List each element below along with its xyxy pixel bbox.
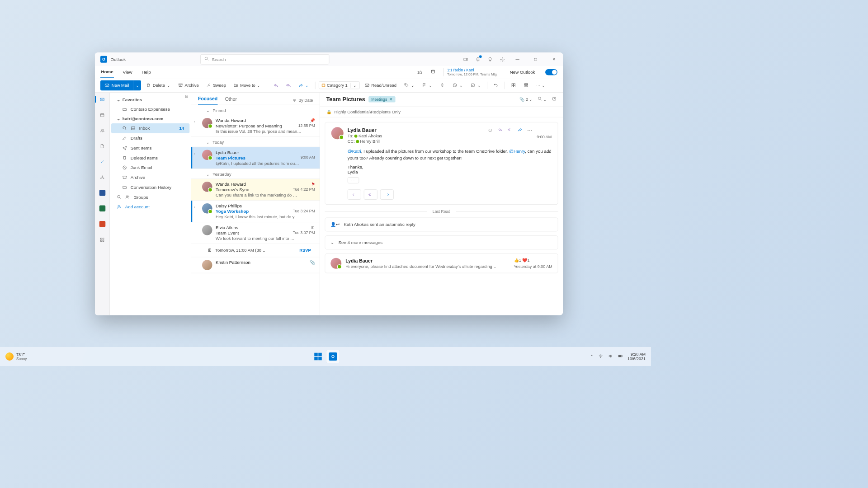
favorites-header[interactable]: ⌄Favorites xyxy=(111,95,189,104)
more-ribbon-button[interactable]: ⋯ ⌄ xyxy=(533,81,548,89)
flag-button[interactable]: ⌄ xyxy=(419,81,435,89)
rail-files[interactable] xyxy=(98,141,107,151)
message-item[interactable]: › Lydia Bauer Team Pictures9:00 AM @Katr… xyxy=(191,147,320,169)
rail-word[interactable] xyxy=(98,188,107,197)
attachment-count[interactable]: 📎 2 ⌄ xyxy=(519,97,533,102)
rail-powerpoint[interactable] xyxy=(98,219,107,229)
folder-drafts[interactable]: Drafts xyxy=(111,133,189,143)
search-input[interactable]: Search xyxy=(200,54,329,65)
pin-button[interactable] xyxy=(437,81,448,89)
reply-button[interactable] xyxy=(498,127,503,133)
folder-contoso-expenses[interactable]: Contoso Expensese xyxy=(111,104,189,114)
wifi-icon[interactable] xyxy=(598,353,603,360)
reply-button[interactable] xyxy=(270,81,281,89)
rail-todo[interactable] xyxy=(98,157,107,166)
rail-more-apps[interactable] xyxy=(98,235,107,244)
message-item[interactable]: › Wanda Howard📌 Newsletter: Purpose and … xyxy=(191,115,320,137)
account-header[interactable]: ⌄katri@contoso.com xyxy=(111,114,189,123)
rail-org[interactable] xyxy=(98,173,107,182)
sender-avatar[interactable] xyxy=(331,127,344,139)
message-item[interactable]: › Daisy Phillips Yoga WorkshopTue 3:24 P… xyxy=(191,201,320,222)
taskbar-outlook[interactable]: O xyxy=(326,350,340,363)
category-tag[interactable]: Meetings✕ xyxy=(368,96,395,103)
archive-button[interactable]: Archive xyxy=(175,81,201,89)
tab-other[interactable]: Other xyxy=(225,96,237,104)
group-pinned[interactable]: ⌄Pinned xyxy=(191,105,320,116)
sweep-button[interactable]: Sweep xyxy=(203,81,229,89)
maximize-button[interactable]: ▢ xyxy=(530,54,542,65)
rail-mail[interactable] xyxy=(98,94,107,104)
message-item[interactable]: Kristin Patternson📎 xyxy=(191,257,320,273)
forward-button[interactable]: ⌄ xyxy=(296,81,311,89)
group-today[interactable]: ⌄Today xyxy=(191,137,320,147)
calendar-peek-icon[interactable] xyxy=(430,69,435,75)
quick-reply-button[interactable] xyxy=(348,189,361,200)
reaction-heart[interactable]: ❤️ xyxy=(522,258,527,263)
read-unread-button[interactable]: Read/Unread xyxy=(362,81,399,89)
folder-archive[interactable]: Archive xyxy=(111,173,189,183)
quick-reply-all-button[interactable] xyxy=(364,189,377,200)
reply-all-button[interactable] xyxy=(508,127,513,133)
folder-sent[interactable]: Sent Items xyxy=(111,143,189,153)
remove-tag-icon[interactable]: ✕ xyxy=(389,97,393,102)
calendar-inline[interactable]: 🗓 Tomorrow, 11:00 AM (30… RSVP xyxy=(191,244,320,257)
message-item[interactable]: Wanda Howard⚑ Tomorrow's SyncTue 4:22 PM… xyxy=(191,179,320,201)
auto-reply-card[interactable]: 👤↩ Katri Ahokas sent an automatic reply xyxy=(325,218,558,232)
expand-thread-icon[interactable]: › xyxy=(194,203,199,219)
message-item[interactable]: Elvia Atkins🗓 Team EventTue 3:07 PM We l… xyxy=(191,222,320,244)
calendar-upnext[interactable]: 1:1 Robin / Katri Tomorrow, 12:00 PM, Te… xyxy=(443,68,498,76)
meet-now-icon[interactable] xyxy=(462,56,469,63)
notifications-icon[interactable] xyxy=(475,56,481,63)
collapsed-message-card[interactable]: Lydia Bauer Hi everyone, please find att… xyxy=(325,253,558,273)
group-yesterday[interactable]: ⌄Yesterday xyxy=(191,169,320,179)
more-actions-button[interactable]: ⋯ xyxy=(527,127,533,133)
tips-icon[interactable] xyxy=(487,56,493,63)
rail-people[interactable] xyxy=(98,126,107,135)
tab-help[interactable]: Help xyxy=(141,67,151,77)
collapse-folders-icon[interactable]: ⊟ xyxy=(185,94,189,99)
rsvp-button[interactable]: RSVP xyxy=(296,247,315,254)
battery-icon[interactable] xyxy=(618,353,623,360)
forward-button[interactable] xyxy=(517,127,522,133)
mention[interactable]: @Katri xyxy=(348,149,361,154)
folder-junk[interactable]: Junk Email xyxy=(111,163,189,173)
delete-button[interactable]: Delete ⌄ xyxy=(143,81,173,89)
volume-icon[interactable] xyxy=(608,353,613,360)
folder-groups[interactable]: Groups xyxy=(111,192,189,202)
move-to-button[interactable]: Move to ⌄ xyxy=(231,81,263,89)
mention[interactable]: @Henry xyxy=(509,149,525,154)
tag-button[interactable]: ⌄ xyxy=(401,81,417,89)
tab-home[interactable]: Home xyxy=(100,66,114,78)
tray-chevron-icon[interactable]: ⌃ xyxy=(590,354,594,359)
show-trimmed-button[interactable]: ⋯ xyxy=(348,177,359,183)
rail-calendar[interactable] xyxy=(98,110,107,120)
minimize-button[interactable]: — xyxy=(511,54,524,65)
popout-button[interactable] xyxy=(552,96,557,103)
rail-excel[interactable] xyxy=(98,204,107,213)
expand-thread-icon[interactable]: › xyxy=(194,118,199,134)
expand-thread-icon[interactable]: › xyxy=(194,150,199,166)
settings-icon[interactable] xyxy=(499,56,505,63)
react-button[interactable]: ☺ xyxy=(487,127,493,133)
new-outlook-toggle[interactable] xyxy=(545,69,557,75)
undo-button[interactable] xyxy=(491,81,501,89)
folder-deleted[interactable]: Deleted Items xyxy=(111,153,189,163)
close-button[interactable]: ✕ xyxy=(548,54,560,65)
zoom-button[interactable]: ⌄ xyxy=(537,96,547,103)
board-button[interactable] xyxy=(509,81,519,89)
clock[interactable]: 9:28 AM 10/6/2021 xyxy=(627,352,646,361)
tab-view[interactable]: View xyxy=(122,67,133,77)
print-button[interactable] xyxy=(521,81,531,89)
new-mail-dropdown[interactable]: ⌄ xyxy=(133,80,141,90)
quick-steps-button[interactable]: ⌄ xyxy=(468,81,484,89)
quick-forward-button[interactable] xyxy=(380,189,394,200)
add-account-button[interactable]: Add account xyxy=(111,202,189,212)
folder-conversation-history[interactable]: Conversation History xyxy=(111,183,189,192)
reaction-thumbs-up[interactable]: 👍 xyxy=(514,258,519,263)
tab-focused[interactable]: Focused xyxy=(198,96,217,105)
category-button[interactable]: Category 1⌄ xyxy=(319,81,360,89)
snooze-button[interactable]: ⌄ xyxy=(450,81,466,89)
new-mail-button[interactable]: New Mail ⌄ xyxy=(100,80,141,90)
weather-widget[interactable]: 78°FSunny xyxy=(5,352,27,361)
folder-inbox[interactable]: Inbox14 xyxy=(111,123,189,133)
